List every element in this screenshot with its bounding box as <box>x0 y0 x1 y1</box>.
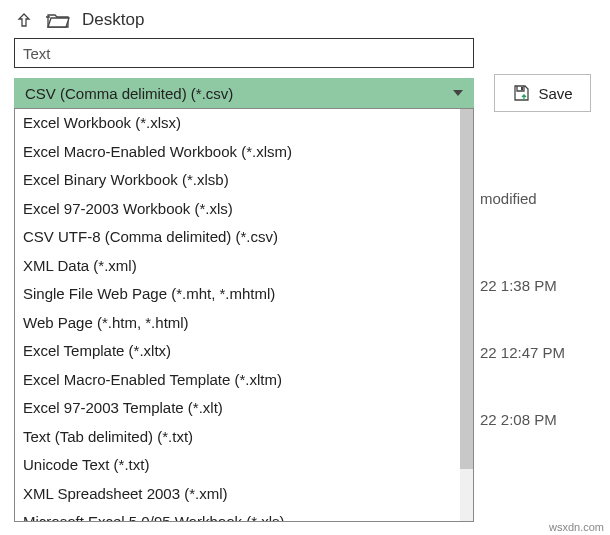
watermark: wsxdn.com <box>549 521 604 533</box>
date-cell: 22 12:47 PM <box>480 344 565 361</box>
filetype-option[interactable]: Unicode Text (*.txt) <box>15 451 473 480</box>
filetype-option[interactable]: Single File Web Page (*.mht, *.mhtml) <box>15 280 473 309</box>
save-button[interactable]: Save <box>494 74 591 112</box>
filetype-select[interactable]: CSV (Comma delimited) (*.csv) <box>14 78 474 108</box>
folder-icon <box>46 10 70 30</box>
svg-rect-0 <box>521 87 523 90</box>
filetype-option[interactable]: Text (Tab delimited) (*.txt) <box>15 423 473 452</box>
filename-input[interactable] <box>14 38 474 68</box>
filetype-selected-label: CSV (Comma delimited) (*.csv) <box>25 85 233 102</box>
filetype-option[interactable]: Excel Macro-Enabled Template (*.xltm) <box>15 366 473 395</box>
chevron-down-icon <box>453 90 463 96</box>
filetype-dropdown[interactable]: Excel Workbook (*.xlsx)Excel Macro-Enabl… <box>14 108 474 522</box>
nav-up-button[interactable] <box>14 10 34 30</box>
scroll-thumb[interactable] <box>460 109 473 469</box>
column-header-modified: modified <box>480 190 565 207</box>
filetype-option[interactable]: Excel Workbook (*.xlsx) <box>15 109 473 138</box>
filetype-option[interactable]: XML Data (*.xml) <box>15 252 473 281</box>
save-button-label: Save <box>538 85 572 102</box>
date-cell: 22 1:38 PM <box>480 277 565 294</box>
location-label: Desktop <box>82 10 144 30</box>
filetype-option[interactable]: CSV UTF-8 (Comma delimited) (*.csv) <box>15 223 473 252</box>
save-icon <box>512 84 530 102</box>
filetype-option[interactable]: Excel Binary Workbook (*.xlsb) <box>15 166 473 195</box>
filetype-option[interactable]: Web Page (*.htm, *.html) <box>15 309 473 338</box>
scrollbar[interactable] <box>460 109 473 521</box>
file-list-fragment: modified 22 1:38 PM 22 12:47 PM 22 2:08 … <box>480 190 565 478</box>
date-cell: 22 2:08 PM <box>480 411 565 428</box>
filetype-option[interactable]: Excel Template (*.xltx) <box>15 337 473 366</box>
filetype-option[interactable]: XML Spreadsheet 2003 (*.xml) <box>15 480 473 509</box>
filetype-option[interactable]: Microsoft Excel 5.0/95 Workbook (*.xls) <box>15 508 473 521</box>
filetype-option[interactable]: Excel Macro-Enabled Workbook (*.xlsm) <box>15 138 473 167</box>
filetype-option[interactable]: Excel 97-2003 Workbook (*.xls) <box>15 195 473 224</box>
up-arrow-icon <box>15 11 33 29</box>
filetype-option[interactable]: Excel 97-2003 Template (*.xlt) <box>15 394 473 423</box>
